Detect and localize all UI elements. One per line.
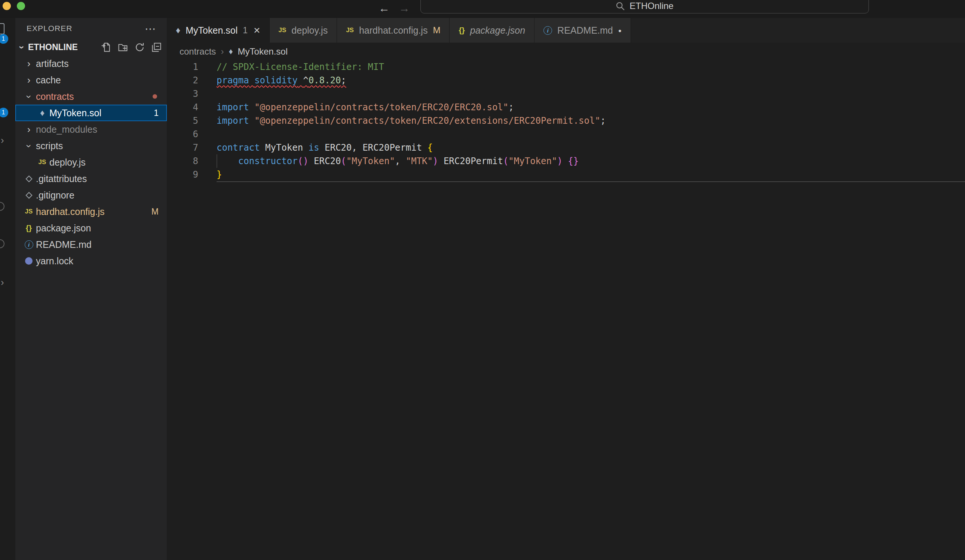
breadcrumb-item[interactable]: contracts xyxy=(180,46,216,57)
tab-deploy-js[interactable]: JSdeploy.js xyxy=(270,18,337,42)
line-number[interactable]: 3 xyxy=(167,87,198,101)
code-token: "@openzeppelin/contracts/token/ERC20/ERC… xyxy=(254,101,508,114)
tab-bar: ♦MyToken.sol1×JSdeploy.jsJShardhat.confi… xyxy=(167,18,965,42)
code-line[interactable]: 2pragma solidity ^0.8.20; xyxy=(167,73,965,87)
tree-folder-scripts[interactable]: ›scripts xyxy=(15,137,167,154)
chevron-down-icon: › xyxy=(23,139,35,152)
line-content: contract MyToken is ERC20, ERC20Permit { xyxy=(198,141,433,154)
tree-file-deploy-js[interactable]: JSdeploy.js xyxy=(15,154,167,170)
back-arrow-icon[interactable]: ← xyxy=(378,0,390,16)
git-file-icon xyxy=(23,193,35,198)
code-token: "MyToken" xyxy=(508,154,557,168)
code-line[interactable]: 5import "@openzeppelin/contracts/token/E… xyxy=(167,114,965,127)
tab-readme-md[interactable]: iREADME.md● xyxy=(535,18,631,42)
tab-package-json[interactable]: {}package.json xyxy=(450,18,535,42)
tree-file-gitignore[interactable]: .gitignore xyxy=(15,187,167,203)
line-number[interactable]: 2 xyxy=(167,73,198,87)
code-line[interactable]: 3 xyxy=(167,87,965,101)
code-line[interactable]: 8 constructor() ERC20("MyToken", "MTK") … xyxy=(167,154,965,168)
breadcrumb-item[interactable]: MyToken.sol xyxy=(238,46,288,57)
tree-folder-contracts[interactable]: ›contracts xyxy=(15,88,167,104)
zoom-button[interactable] xyxy=(17,2,25,10)
tree-item-label: .gitignore xyxy=(36,190,74,201)
traffic-lights xyxy=(3,2,25,10)
tree-file-hardhat-config-js[interactable]: JShardhat.config.jsM xyxy=(15,203,167,220)
code-token: import xyxy=(217,114,249,127)
tree-item-label: contracts xyxy=(36,91,74,102)
line-content: } xyxy=(198,168,222,181)
code-token xyxy=(563,154,568,168)
code-token: { xyxy=(427,141,433,154)
tab-hardhat-config-js[interactable]: JShardhat.config.jsM xyxy=(337,18,450,42)
new-file-icon[interactable] xyxy=(101,42,111,52)
code-token xyxy=(260,141,265,154)
activity-icon-fragment xyxy=(0,202,5,211)
line-number[interactable]: 5 xyxy=(167,114,198,127)
forward-arrow-icon[interactable]: → xyxy=(399,0,410,16)
refresh-icon[interactable] xyxy=(134,42,145,52)
line-number[interactable]: 6 xyxy=(167,127,198,141)
tree-item-label: deploy.js xyxy=(49,157,86,168)
code-line[interactable]: 1// SPDX-License-Identifier: MIT xyxy=(167,60,965,73)
line-number[interactable]: 7 xyxy=(167,141,198,154)
chevron-right-icon: › xyxy=(1,135,4,146)
activity-icon-fragment xyxy=(0,239,5,248)
tree-file-yarn-lock[interactable]: yarn.lock xyxy=(15,253,167,269)
explorer-header: EXPLORER ⋯ xyxy=(15,18,167,39)
tree-folder-cache[interactable]: ›cache xyxy=(15,72,167,88)
new-folder-icon[interactable] xyxy=(118,42,128,52)
explorer-title: EXPLORER xyxy=(26,24,72,33)
line-number[interactable]: 4 xyxy=(167,101,198,114)
code-token: ; xyxy=(600,114,605,127)
markdown-info-icon: i xyxy=(23,240,35,249)
line-content xyxy=(198,87,217,101)
code-token: ERC20, ERC20Permit xyxy=(325,141,427,154)
collapse-all-icon[interactable] xyxy=(151,42,162,52)
solidity-file-icon: ♦ xyxy=(176,25,180,36)
code-token: ( xyxy=(503,154,508,168)
chevron-right-icon: › xyxy=(23,74,35,86)
json-file-icon: {} xyxy=(458,26,465,35)
json-file-icon: {} xyxy=(23,224,35,232)
code-token xyxy=(303,141,308,154)
minimize-button[interactable] xyxy=(3,2,11,10)
tree-file-readme-md[interactable]: iREADME.md xyxy=(15,236,167,253)
line-content: constructor() ERC20("MyToken", "MTK") ER… xyxy=(198,154,579,168)
code-token xyxy=(217,154,238,168)
info-circle: i xyxy=(543,26,552,35)
line-number[interactable]: 8 xyxy=(167,154,198,168)
dirty-dot-icon: ● xyxy=(618,27,622,34)
line-number[interactable]: 9 xyxy=(167,168,198,181)
notification-badge[interactable]: 1 xyxy=(0,34,8,44)
command-center[interactable]: ETHOnline xyxy=(420,0,869,13)
tree-file-mytoken-sol[interactable]: ♦MyToken.sol1 xyxy=(15,104,167,121)
tree-folder-artifacts[interactable]: ›artifacts xyxy=(15,56,167,72)
tree-file-gitattributes[interactable]: .gitattributes xyxy=(15,170,167,187)
close-icon[interactable]: × xyxy=(254,24,260,36)
code-line[interactable]: 7contract MyToken is ERC20, ERC20Permit … xyxy=(167,141,965,154)
git-diamond-shape xyxy=(25,192,32,199)
line-number[interactable]: 1 xyxy=(167,60,198,73)
notification-badge[interactable]: 1 xyxy=(0,108,8,118)
tab-label: deploy.js xyxy=(291,25,328,36)
line-content xyxy=(198,127,217,141)
tree-item-label: hardhat.config.js xyxy=(36,206,105,217)
code-editor[interactable]: 1// SPDX-License-Identifier: MIT2pragma … xyxy=(167,60,965,182)
file-tree: ›artifacts›cache›contracts♦MyToken.sol1›… xyxy=(15,56,167,269)
code-line[interactable]: 6 xyxy=(167,127,965,141)
search-icon xyxy=(616,2,625,11)
workspace-root-row[interactable]: › ETHONLINE xyxy=(15,39,167,56)
code-line[interactable]: 9} xyxy=(167,168,965,181)
solidity-file-icon: ♦ xyxy=(36,108,49,118)
code-token: "MyToken" xyxy=(346,154,395,168)
javascript-file-icon: JS xyxy=(23,208,35,216)
code-line[interactable]: 4import "@openzeppelin/contracts/token/E… xyxy=(167,101,965,114)
breadcrumb: contracts›♦MyToken.sol xyxy=(167,42,965,60)
more-actions-icon[interactable]: ⋯ xyxy=(145,22,156,35)
tree-folder-node-modules[interactable]: ›node_modules xyxy=(15,121,167,137)
tab-mytoken-sol[interactable]: ♦MyToken.sol1× xyxy=(167,18,270,42)
explorer-toolbar xyxy=(101,42,167,52)
tree-item-label: README.md xyxy=(36,239,92,250)
tree-file-package-json[interactable]: {}package.json xyxy=(15,220,167,236)
activity-bar: › › 11 xyxy=(0,18,15,560)
